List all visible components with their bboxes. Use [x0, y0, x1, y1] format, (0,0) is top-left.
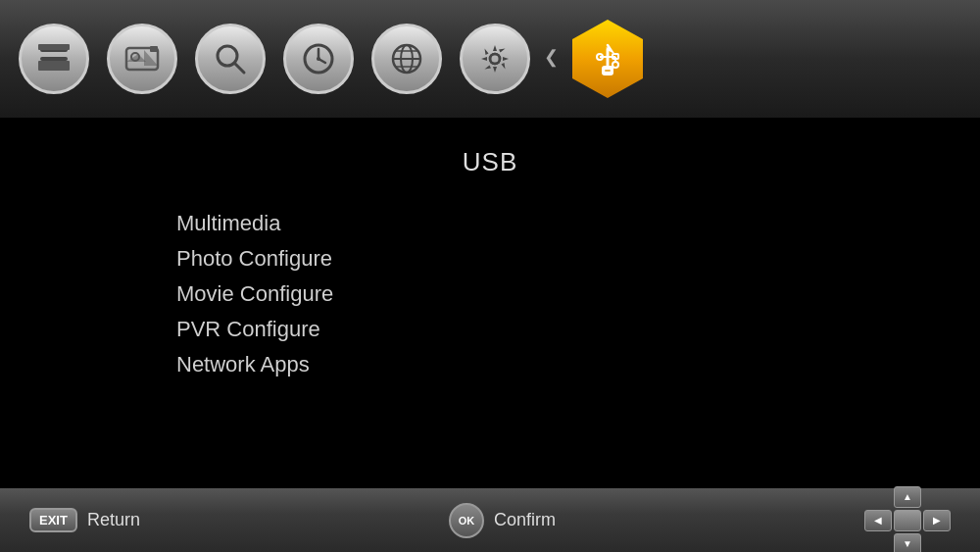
confirm-action[interactable]: OK Confirm	[449, 503, 556, 538]
menu-list: Multimedia Photo Configure Movie Configu…	[0, 207, 333, 381]
nav-item-photo[interactable]	[98, 15, 186, 103]
menu-item-multimedia[interactable]: Multimedia	[176, 207, 333, 240]
ok-badge: OK	[449, 503, 484, 538]
return-action[interactable]: EXIT Return	[29, 508, 140, 532]
svg-rect-3	[38, 44, 70, 50]
exit-badge: EXIT	[29, 508, 77, 532]
svg-point-15	[317, 57, 320, 61]
search-icon	[195, 24, 266, 94]
nav-item-settings[interactable]	[451, 15, 539, 103]
menu-item-pvr-configure[interactable]: PVR Configure	[176, 313, 333, 346]
nav-item-search[interactable]	[186, 15, 274, 103]
dpad-left[interactable]: ◀	[864, 510, 892, 531]
svg-rect-9	[150, 46, 158, 52]
usb-icon	[568, 20, 647, 98]
dpad-empty-tr	[923, 486, 951, 508]
nav-prev-arrow[interactable]: ❮	[544, 46, 559, 68]
svg-marker-8	[126, 54, 146, 62]
svg-point-22	[490, 54, 500, 64]
top-navigation: ❮	[0, 0, 980, 118]
svg-rect-4	[38, 61, 70, 71]
dpad-right[interactable]: ▶	[923, 510, 951, 531]
bottom-bar: EXIT Return OK Confirm ▲ ◀ ▶ ▼	[0, 488, 980, 552]
menu-item-movie-configure[interactable]: Movie Configure	[176, 277, 333, 311]
dpad: ▲ ◀ ▶ ▼	[864, 486, 951, 553]
nav-item-menu[interactable]	[10, 15, 98, 103]
menu-item-network-apps[interactable]: Network Apps	[176, 348, 333, 381]
clock-icon	[283, 24, 354, 94]
settings-icon	[460, 24, 530, 94]
dpad-up[interactable]: ▲	[894, 486, 921, 508]
nav-item-globe[interactable]	[363, 15, 451, 103]
menu-icon	[19, 24, 89, 94]
dpad-empty-tl	[864, 486, 892, 508]
svg-line-11	[234, 63, 244, 73]
nav-item-usb[interactable]	[564, 15, 652, 103]
dpad-empty-bl	[864, 533, 892, 553]
svg-rect-1	[40, 57, 68, 61]
dpad-empty-br	[923, 533, 951, 553]
main-content: USB Multimedia Photo Configure Movie Con…	[0, 118, 980, 488]
svg-point-28	[612, 62, 618, 68]
photo-icon	[107, 24, 177, 94]
svg-marker-7	[144, 50, 158, 66]
dpad-center[interactable]	[894, 510, 921, 531]
dpad-down[interactable]: ▼	[894, 533, 921, 553]
globe-icon	[371, 24, 442, 94]
section-title: USB	[0, 147, 980, 177]
menu-item-photo-configure[interactable]: Photo Configure	[176, 242, 333, 276]
return-label: Return	[87, 510, 140, 530]
nav-item-clock[interactable]	[274, 15, 363, 103]
confirm-label: Confirm	[494, 510, 556, 530]
